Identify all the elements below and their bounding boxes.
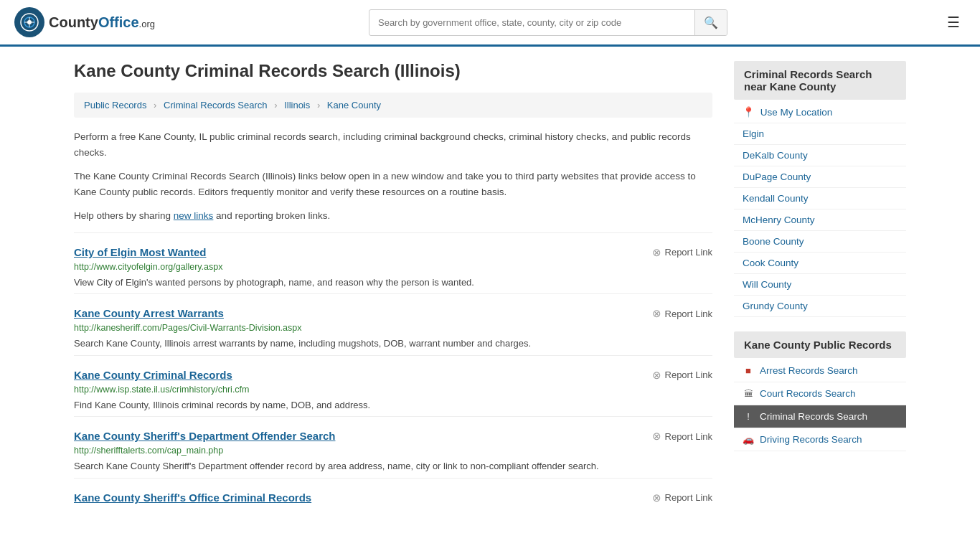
sidebar-link-label-1: Court Records Search (760, 388, 856, 399)
report-link-btn-1[interactable]: ⊗ Report Link (652, 307, 712, 320)
logo-text: CountyOffice.org (49, 14, 155, 31)
record-header-4: Kane County Sheriff's Office Criminal Re… (74, 491, 712, 504)
menu-icon: ☰ (947, 14, 960, 30)
breadcrumb-kane-county[interactable]: Kane County (327, 100, 381, 110)
main-container: Kane County Criminal Records Search (Ill… (60, 47, 920, 526)
record-header-3: Kane County Sheriff's Department Offende… (74, 430, 712, 443)
header-right: ☰ (941, 10, 966, 34)
sidebar-public-records-link-3[interactable]: 🚗 Driving Records Search (734, 428, 906, 451)
report-icon-1: ⊗ (652, 307, 661, 320)
sidebar-link-icon-2: ! (743, 411, 754, 422)
sidebar-use-my-location[interactable]: 📍 Use My Location (734, 101, 906, 123)
record-title-2[interactable]: Kane County Criminal Records (74, 369, 232, 381)
sidebar-link-label-3: Driving Records Search (760, 434, 862, 445)
breadcrumb-sep-3: › (317, 100, 320, 110)
breadcrumb-sep-2: › (274, 100, 277, 110)
breadcrumb-criminal-records[interactable]: Criminal Records Search (164, 100, 268, 110)
report-link-btn-3[interactable]: ⊗ Report Link (652, 430, 712, 443)
sidebar-nearby-link-1[interactable]: DeKalb County (734, 145, 906, 166)
record-title-1[interactable]: Kane County Arrest Warrants (74, 307, 224, 319)
description-1: Perform a free Kane County, IL public cr… (74, 129, 712, 160)
record-title-4[interactable]: Kane County Sheriff's Office Criminal Re… (74, 491, 311, 504)
sidebar-public-records-section: Kane County Public Records ■ Arrest Reco… (734, 331, 906, 451)
sidebar-nearby-link-6[interactable]: Cook County (734, 253, 906, 274)
page-title: Kane County Criminal Records Search (Ill… (74, 61, 712, 81)
record-entry-0: City of Elgin Most Wanted ⊗ Report Link … (74, 232, 712, 294)
breadcrumb-sep-1: › (154, 100, 156, 110)
record-desc-0: View City of Elgin's wanted persons by p… (74, 276, 712, 290)
record-url-0: http://www.cityofelgin.org/gallery.aspx (74, 262, 712, 272)
record-desc-3: Search Kane County Sheriff's Department … (74, 459, 712, 474)
location-icon: 📍 (743, 107, 755, 118)
breadcrumb-public-records[interactable]: Public Records (84, 100, 146, 110)
record-desc-1: Search Kane County, Illinois arrest warr… (74, 336, 712, 351)
breadcrumb: Public Records › Criminal Records Search… (74, 93, 712, 118)
records-container: City of Elgin Most Wanted ⊗ Report Link … (74, 232, 712, 512)
report-link-label-4: Report Link (665, 492, 712, 503)
description-2: The Kane County Criminal Records Search … (74, 169, 712, 199)
sidebar-nearby-link-3[interactable]: Kendall County (734, 188, 906, 209)
sidebar-nearby-header: Criminal Records Search near Kane County (734, 61, 906, 100)
search-bar: 🔍 (369, 9, 727, 36)
new-links-link[interactable]: new links (174, 210, 214, 221)
report-link-btn-0[interactable]: ⊗ Report Link (652, 246, 712, 259)
sidebar-nearby-item-0[interactable]: Elgin (734, 123, 906, 145)
logo-office: Office (98, 14, 139, 30)
record-entry-1: Kane County Arrest Warrants ⊗ Report Lin… (74, 293, 712, 355)
report-icon-2: ⊗ (652, 369, 661, 382)
sidebar-links-container: ■ Arrest Records Search 🏛 Court Records … (734, 359, 906, 451)
sidebar-public-records-header: Kane County Public Records (734, 331, 906, 358)
sidebar-nearby-link-0[interactable]: Elgin (734, 123, 906, 145)
menu-button[interactable]: ☰ (941, 10, 966, 34)
report-icon-3: ⊗ (652, 430, 661, 443)
sidebar-link-label-2: Criminal Records Search (760, 411, 867, 422)
sidebar-public-records-link-2[interactable]: ! Criminal Records Search (734, 405, 906, 428)
report-link-label-3: Report Link (665, 431, 712, 442)
sidebar-nearby-link-7[interactable]: Will County (734, 274, 906, 296)
record-url-3: http://sherifftalerts.com/cap_main.php (74, 446, 712, 456)
logo-icon (14, 7, 44, 37)
header: CountyOffice.org 🔍 ☰ (0, 0, 980, 47)
sidebar-nearby-item-5[interactable]: Boone County (734, 231, 906, 253)
report-link-label-0: Report Link (665, 247, 712, 258)
record-desc-2: Find Kane County, Illinois criminal reco… (74, 398, 712, 413)
record-title-0[interactable]: City of Elgin Most Wanted (74, 246, 206, 258)
record-entry-4: Kane County Sheriff's Office Criminal Re… (74, 478, 712, 512)
sidebar-public-records-link-0[interactable]: ■ Arrest Records Search (734, 359, 906, 382)
report-icon-0: ⊗ (652, 246, 661, 259)
sidebar-nearby-link-8[interactable]: Grundy County (734, 296, 906, 317)
sidebar-link-icon-1: 🏛 (743, 388, 754, 399)
sidebar-nearby-link-5[interactable]: Boone County (734, 231, 906, 253)
sidebar-nearby-item-3[interactable]: Kendall County (734, 188, 906, 209)
breadcrumb-illinois[interactable]: Illinois (284, 100, 310, 110)
sidebar-nearby-item-6[interactable]: Cook County (734, 253, 906, 274)
sidebar-nearby-item-7[interactable]: Will County (734, 274, 906, 296)
search-button[interactable]: 🔍 (694, 10, 727, 35)
sidebar-public-records-link-1[interactable]: 🏛 Court Records Search (734, 382, 906, 405)
sidebar-link-icon-0: ■ (743, 365, 754, 376)
report-link-label-2: Report Link (665, 369, 712, 380)
report-link-btn-2[interactable]: ⊗ Report Link (652, 369, 712, 382)
sidebar: Criminal Records Search near Kane County… (734, 61, 906, 512)
sidebar-nearby-item-4[interactable]: McHenry County (734, 209, 906, 231)
search-input[interactable] (369, 11, 694, 34)
sidebar-nearby-item-1[interactable]: DeKalb County (734, 145, 906, 166)
report-link-btn-4[interactable]: ⊗ Report Link (652, 491, 712, 504)
sidebar-nearby-section: Criminal Records Search near Kane County… (734, 61, 906, 317)
sidebar-nearby-link-2[interactable]: DuPage County (734, 166, 906, 188)
record-header-2: Kane County Criminal Records ⊗ Report Li… (74, 369, 712, 382)
sidebar-nearby-item-8[interactable]: Grundy County (734, 296, 906, 317)
record-entry-3: Kane County Sheriff's Department Offende… (74, 416, 712, 478)
record-url-2: http://www.isp.state.il.us/crimhistory/c… (74, 385, 712, 395)
sidebar-nearby-item-2[interactable]: DuPage County (734, 166, 906, 188)
record-title-3[interactable]: Kane County Sheriff's Department Offende… (74, 430, 335, 442)
search-icon: 🔍 (704, 17, 718, 29)
record-url-1: http://kanesheriff.com/Pages/Civil-Warra… (74, 323, 712, 333)
description-3: Help others by sharing new links and rep… (74, 208, 712, 224)
report-icon-4: ⊗ (652, 491, 661, 504)
report-link-label-1: Report Link (665, 309, 712, 319)
sidebar-nearby-link-4[interactable]: McHenry County (734, 209, 906, 231)
sidebar-nearby-list: 📍 Use My Location ElginDeKalb CountyDuPa… (734, 101, 906, 317)
content-area: Kane County Criminal Records Search (Ill… (74, 61, 712, 512)
record-entry-2: Kane County Criminal Records ⊗ Report Li… (74, 355, 712, 417)
